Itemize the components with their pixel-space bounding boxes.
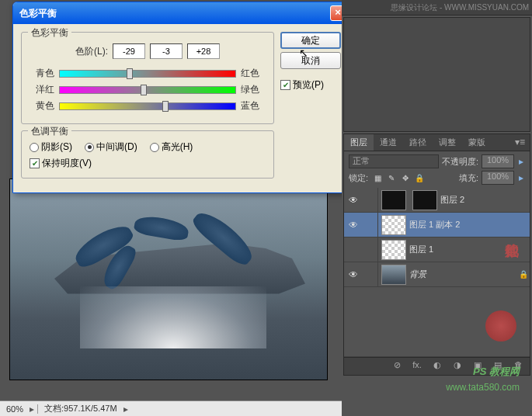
top-toolbar: 思缘设计论坛 - WWW.MISSYUAN.COM <box>342 0 532 16</box>
layer-thumb[interactable] <box>381 265 406 285</box>
layer-name[interactable]: 图层 2 <box>440 194 530 206</box>
lock-all-icon[interactable]: 🔒 <box>413 172 426 184</box>
fill-input[interactable]: 100% <box>482 171 514 185</box>
doc-arrow-icon[interactable]: ▸ <box>123 404 128 414</box>
composite-splash <box>80 286 266 348</box>
dialog-titlebar[interactable]: 色彩平衡 × <box>13 2 349 24</box>
doc-size: 文档:957.1K/5.47M <box>41 403 120 414</box>
visibility-eye-icon[interactable]: 👁 <box>344 269 363 280</box>
level-input-magenta-green[interactable] <box>150 43 183 59</box>
slider-thumb[interactable] <box>127 68 133 79</box>
tab-layers[interactable]: 图层 <box>344 134 374 151</box>
fill-label: 填充: <box>459 172 478 184</box>
slider-label-cyan: 青色 <box>30 67 54 80</box>
fx-icon[interactable]: fx. <box>410 360 424 373</box>
new-layer-icon[interactable]: ▤ <box>491 360 505 373</box>
layers-panel: 图层 通道 路径 调整 蒙版 ▾≡ 正常 不透明度: 100% ▸ 锁定: ▦ … <box>343 133 530 376</box>
color-balance-fieldset: 色彩平衡 色阶(L): 青色 红色 洋红 绿色 <box>21 32 274 124</box>
checkbox-preview[interactable]: ✔预览(P) <box>280 78 341 92</box>
upper-panel-placeholder <box>343 17 530 132</box>
layer-row[interactable]: 👁 图层 2 <box>344 188 530 213</box>
group-icon[interactable]: ▣ <box>471 360 485 373</box>
layer-list-empty[interactable] <box>344 287 530 357</box>
zoom-level[interactable]: 60% <box>3 404 26 414</box>
panel-tabs: 图层 通道 路径 调整 蒙版 ▾≡ <box>344 134 530 151</box>
visibility-eye-icon[interactable]: 👁 <box>344 220 363 231</box>
slider-label-yellow: 黄色 <box>30 99 54 113</box>
layer-name[interactable]: 背景 <box>409 269 517 280</box>
slider-label-blue: 蓝色 <box>241 99 266 113</box>
adjustment-icon[interactable]: ◑ <box>450 360 464 373</box>
lock-pixels-icon[interactable]: ✎ <box>385 172 398 184</box>
visibility-eye-icon[interactable]: 👁 <box>344 195 363 206</box>
opacity-label: 不透明度: <box>442 156 478 168</box>
layer-name[interactable]: 图层 1 <box>409 244 530 255</box>
panel-menu-icon[interactable]: ▾≡ <box>510 134 530 151</box>
layer-row[interactable]: 图层 1 <box>344 237 530 262</box>
level-input-cyan-red[interactable] <box>113 43 145 59</box>
radio-midtone[interactable]: 中间调(D) <box>85 140 137 154</box>
opacity-arrow-icon[interactable]: ▸ <box>517 156 525 167</box>
lock-label: 锁定: <box>349 172 368 184</box>
slider-label-magenta: 洋红 <box>30 83 54 96</box>
cancel-button[interactable]: 取消 <box>280 52 341 69</box>
slider-yellow-blue[interactable] <box>59 101 236 112</box>
panels-area: 思缘设计论坛 - WWW.MISSYUAN.COM 图层 通道 路径 调整 蒙版… <box>342 0 532 416</box>
color-balance-dialog: 色彩平衡 × 色彩平衡 色阶(L): 青色 红色 洋红 <box>12 2 349 193</box>
fieldset-legend: 色调平衡 <box>28 125 71 138</box>
link-layers-icon[interactable]: ⊘ <box>390 360 404 373</box>
tab-paths[interactable]: 路径 <box>403 134 433 151</box>
radio-shadow[interactable]: 阴影(S) <box>30 140 72 154</box>
layer-row[interactable]: 👁 图层 1 副本 2 <box>344 213 530 237</box>
slider-thumb[interactable] <box>162 101 169 112</box>
fill-arrow-icon[interactable]: ▸ <box>517 172 525 183</box>
lock-position-icon[interactable]: ✥ <box>399 172 412 184</box>
layer-list: 👁 图层 2 👁 图层 1 副本 2 图层 1 👁 <box>344 188 530 357</box>
layer-mask-thumb[interactable] <box>412 190 437 210</box>
slider-thumb[interactable] <box>141 85 147 95</box>
layer-thumb[interactable] <box>381 215 406 235</box>
zoom-arrow-icon[interactable]: ▸ <box>30 404 34 414</box>
tab-channels[interactable]: 通道 <box>374 134 403 151</box>
ok-button[interactable]: 确定 <box>280 32 341 49</box>
slider-label-red: 红色 <box>241 67 266 80</box>
status-bar: 60% ▸ 文档:957.1K/5.47M ▸ <box>0 400 342 416</box>
level-label: 色阶(L): <box>75 45 108 58</box>
tab-masks[interactable]: 蒙版 <box>462 134 492 151</box>
document-canvas[interactable] <box>9 179 328 380</box>
mask-icon[interactable]: ◐ <box>430 360 444 373</box>
delete-icon[interactable]: 🗑 <box>511 360 525 373</box>
layers-footer: ⊘ fx. ◐ ◑ ▣ ▤ 🗑 <box>344 357 530 375</box>
tab-adjustments[interactable]: 调整 <box>433 134 462 151</box>
dialog-title: 色彩平衡 <box>19 7 330 20</box>
blend-mode-select[interactable]: 正常 <box>349 154 439 168</box>
slider-label-green: 绿色 <box>241 83 266 96</box>
brand-watermark: 思缘设计论坛 - WWW.MISSYUAN.COM <box>391 2 529 13</box>
fieldset-legend: 色彩平衡 <box>28 26 71 40</box>
slider-cyan-red[interactable] <box>59 68 236 79</box>
layer-row[interactable]: 👁 背景 🔒 <box>344 262 530 287</box>
radio-highlight[interactable]: 高光(H) <box>150 140 193 154</box>
tone-balance-fieldset: 色调平衡 阴影(S) 中间调(D) 高光(H) ✔保持明度(V) <box>21 130 274 179</box>
slider-magenta-green[interactable] <box>59 85 236 95</box>
checkbox-preserve-luminosity[interactable]: ✔保持明度(V) <box>30 157 266 170</box>
opacity-input[interactable]: 100% <box>482 154 514 168</box>
layer-name[interactable]: 图层 1 副本 2 <box>409 219 530 231</box>
lock-transparency-icon[interactable]: ▦ <box>371 172 384 184</box>
level-input-yellow-blue[interactable] <box>187 43 220 59</box>
layer-thumb[interactable] <box>381 190 406 210</box>
lock-icon: 🔒 <box>517 269 530 281</box>
layer-thumb[interactable] <box>381 240 406 260</box>
